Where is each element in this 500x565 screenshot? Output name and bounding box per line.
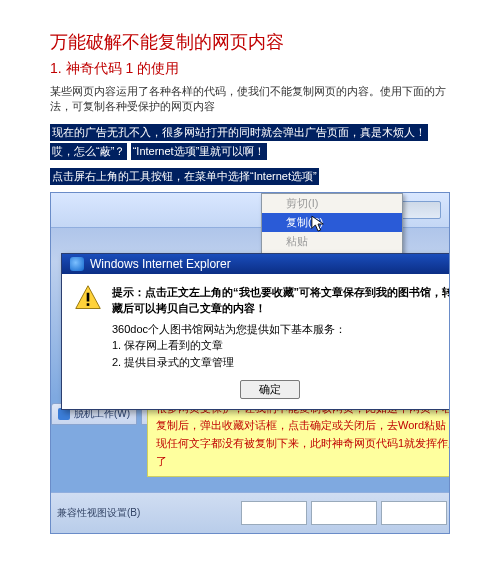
- alert-dialog: Windows Internet Explorer 提示：点击正文左上角的“我也…: [61, 253, 450, 411]
- highlight-line-2b: “Internet选项”里就可以啊！: [131, 143, 268, 160]
- highlight-step: 点击屏右上角的工具按钮，在菜单中选择“Internet选项”: [50, 168, 319, 185]
- menu-item-cut[interactable]: 剪切(I): [262, 194, 402, 213]
- menu-item-paste[interactable]: 粘贴: [262, 232, 402, 251]
- svg-rect-3: [87, 303, 90, 306]
- ok-button[interactable]: 确定: [240, 380, 300, 399]
- cursor-icon: [311, 215, 325, 233]
- dialog-line-3: 2. 提供目录式的文章管理: [112, 354, 450, 371]
- warning-icon: [74, 284, 102, 312]
- dialog-line-1: 360doc个人图书馆网站为您提供如下基本服务：: [112, 321, 450, 338]
- svg-marker-0: [312, 216, 323, 231]
- section-heading: 1. 神奇代码 1 的使用: [50, 60, 450, 78]
- dialog-titlebar: Windows Internet Explorer: [62, 254, 450, 274]
- thumbnail[interactable]: [241, 501, 307, 525]
- ie-icon: [70, 257, 84, 271]
- dialog-title: Windows Internet Explorer: [90, 257, 231, 271]
- menu-item-copy[interactable]: 复制(C): [262, 213, 402, 232]
- dialog-line-2: 1. 保存网上看到的文章: [112, 337, 450, 354]
- bottom-label: 兼容性视图设置(B): [57, 506, 140, 520]
- bottom-bar: 兼容性视图设置(B): [51, 492, 449, 533]
- highlight-block: 现在的广告无孔不入，很多网站打开的同时就会弹出广告页面，真是木烦人！ 哎，怎么“…: [50, 123, 450, 186]
- thumbnail[interactable]: [381, 501, 447, 525]
- highlight-line-1: 现在的广告无孔不入，很多网站打开的同时就会弹出广告页面，真是木烦人！: [50, 124, 428, 141]
- dialog-message: 提示：点击正文左上角的“我也要收藏”可将文章保存到我的图书馆，转收藏后可以拷贝自…: [112, 284, 450, 371]
- screenshot-stage: Live Search 剪切(I) 复制(C) 粘贴 全选 (A) 打印(I)……: [50, 192, 450, 534]
- intro-text: 某些网页内容运用了各种各样的代码，使我们不能复制网页的内容。使用下面的方法，可复…: [50, 84, 450, 115]
- highlight-line-2a: 哎，怎么“蔽”？: [50, 143, 127, 160]
- dialog-headline: 提示：点击正文左上角的“我也要收藏”可将文章保存到我的图书馆，转收藏后可以拷贝自…: [112, 284, 450, 317]
- thumbnail[interactable]: [311, 501, 377, 525]
- svg-rect-2: [87, 293, 90, 302]
- page-title: 万能破解不能复制的网页内容: [50, 30, 450, 54]
